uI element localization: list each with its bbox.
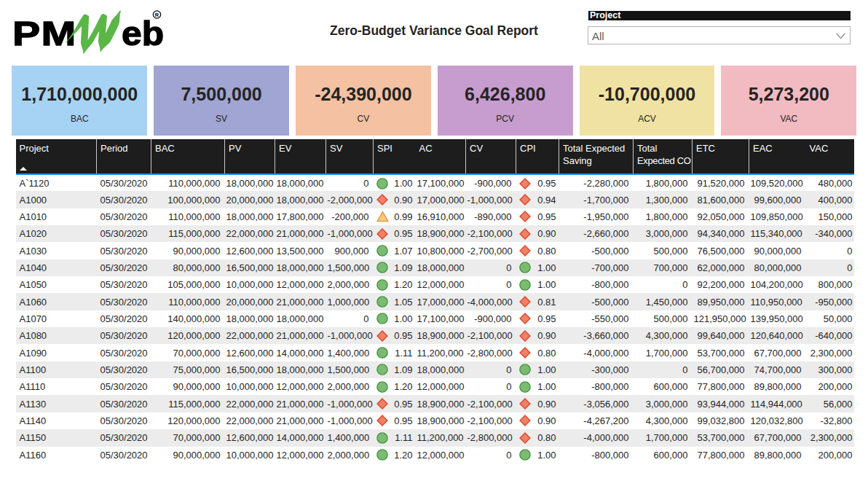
svg-text:R: R xyxy=(155,12,159,18)
